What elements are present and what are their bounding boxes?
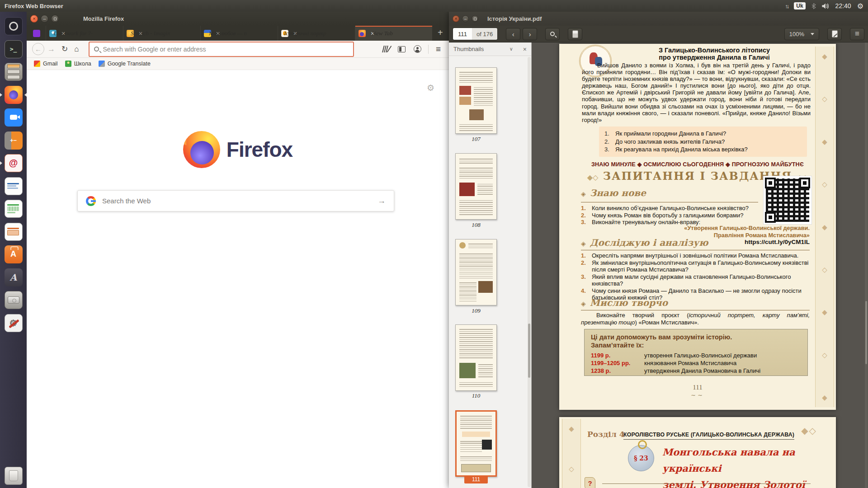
section-rule xyxy=(581,202,758,202)
back-button[interactable]: ← xyxy=(32,43,44,55)
tab-scratch[interactable]: Scratch - Imagin × xyxy=(123,26,200,41)
keyboard-layout-indicator[interactable]: Uk xyxy=(794,2,805,9)
bookmark-gmail[interactable]: Gmail xyxy=(34,61,58,67)
search-submit-icon[interactable]: → xyxy=(377,196,386,206)
home-button[interactable]: ⌂ xyxy=(74,45,79,54)
dock-file-archive[interactable] xyxy=(4,62,23,81)
find-button[interactable] xyxy=(545,28,560,40)
thumbnail-page-108[interactable] xyxy=(455,153,497,220)
sidebar-toggle-icon[interactable] xyxy=(398,46,406,52)
session-menu-icon[interactable]: ⚙ xyxy=(857,2,863,10)
dock-firefox[interactable] xyxy=(4,85,23,104)
focused-app-title: Firefox Web Browser xyxy=(5,3,63,9)
tab-new-tab[interactable]: New Tab × xyxy=(355,26,432,41)
dock-trash[interactable] xyxy=(4,466,23,485)
volume-icon[interactable] xyxy=(822,3,830,9)
dock-activities[interactable] xyxy=(4,16,23,36)
paragraph-seal-badge: § 23 xyxy=(628,445,654,471)
dock-software[interactable]: A xyxy=(4,244,23,264)
bookmarks-toolbar: Gmail Школа Google Translate xyxy=(27,58,449,70)
reload-button[interactable]: ↻ xyxy=(61,44,68,54)
system-top-bar: Firefox Web Browser ↑↓ Uk 22:40 ⚙ xyxy=(0,0,868,12)
library-icon[interactable] xyxy=(382,46,391,52)
pdf-toolbar: of 176 ‹ › 100% ≡ xyxy=(449,26,868,42)
document-scrollbar[interactable] xyxy=(865,42,868,488)
source-questions-box: 1.Як приймали городяни Данила в Галичі? … xyxy=(599,127,807,157)
bluetooth-icon[interactable] xyxy=(811,3,816,9)
close-window-button[interactable]: × xyxy=(453,15,459,22)
dock-system-tools[interactable]: ⚙ xyxy=(4,313,23,333)
account-icon[interactable] xyxy=(414,45,421,53)
pdf-titlebar[interactable]: × – Історія України.pdf xyxy=(449,12,868,26)
dock-terminal[interactable]: >_ xyxy=(4,39,23,59)
newtab-search-box[interactable]: → xyxy=(77,190,394,211)
seal-watermark xyxy=(761,333,801,373)
page-number-input[interactable] xyxy=(453,28,472,40)
annotations-list-button[interactable] xyxy=(568,28,582,40)
newtab-search-input[interactable] xyxy=(102,197,377,205)
thumbnail-label-selected: 111 xyxy=(464,476,488,483)
dock-remote-app[interactable]: A xyxy=(4,267,23,287)
dock-lo-calc[interactable] xyxy=(4,199,23,218)
tab-istorychni-portrety[interactable]: Історичні портр × xyxy=(278,26,355,41)
annotate-button[interactable] xyxy=(827,28,842,40)
minimize-window-button[interactable]: – xyxy=(462,15,469,22)
thumbnail-page-110[interactable] xyxy=(455,324,497,391)
sidebar-mode-chevron-icon[interactable]: ∨ xyxy=(509,46,513,52)
close-window-button[interactable]: × xyxy=(30,15,38,23)
dock-acrobat[interactable]: @ xyxy=(4,153,23,173)
bookmark-school[interactable]: Школа xyxy=(65,61,91,67)
dock-lo-writer[interactable] xyxy=(4,176,23,196)
motto-banner: ЗНАЮ МИНУЛЕ ◈ ОСМИСЛЮЮ СЬОГОДЕННЯ ◈ ПРОГ… xyxy=(559,161,836,168)
net-down-icon: ↓ xyxy=(787,3,788,9)
clock[interactable]: 22:40 xyxy=(835,2,851,9)
new-tab-button[interactable]: + xyxy=(432,28,448,41)
zoom-dropdown[interactable]: 100% xyxy=(784,28,819,40)
tab-moya-lyubov[interactable]: Моя любов — п × xyxy=(200,26,278,41)
pinned-tab[interactable] xyxy=(33,30,40,37)
writer-icon xyxy=(5,177,23,195)
next-page-button[interactable]: › xyxy=(523,28,537,40)
maximize-window-button[interactable] xyxy=(51,15,59,23)
qr-code xyxy=(764,176,811,224)
address-input[interactable] xyxy=(103,46,349,53)
remote-app-icon: A xyxy=(5,268,23,286)
running-indicator xyxy=(0,93,2,97)
thumbnail-page-107[interactable] xyxy=(455,67,497,134)
dock-lo-impress[interactable] xyxy=(4,222,23,241)
thumbnail-page-111-selected[interactable] xyxy=(455,410,497,477)
file-archive-icon xyxy=(5,63,23,81)
chapter-title: КОРОЛІВСТВО РУСЬКЕ (ГАЛИЦЬКО-ВОЛИНСЬКА Д… xyxy=(623,432,794,440)
pdf-menu-button[interactable]: ≡ xyxy=(850,28,864,40)
firefox-branding: Firefox xyxy=(27,131,449,168)
page-total-label: of 176 xyxy=(472,28,497,40)
tab-title: Scratch - Imagin xyxy=(123,30,178,37)
menu-icon[interactable]: ≡ xyxy=(436,44,441,54)
chapter-ornament: ◆◇ xyxy=(801,425,817,436)
forward-button[interactable]: → xyxy=(47,45,55,54)
source-title: З Галицько-Волинського літопису про утве… xyxy=(618,47,811,61)
thumbnail-page-109[interactable] xyxy=(455,239,497,305)
dock-zoom[interactable] xyxy=(4,108,23,127)
previous-page-button[interactable]: ‹ xyxy=(506,28,520,40)
thumbnail-label: 108 xyxy=(449,221,503,229)
url-bar[interactable] xyxy=(89,42,354,57)
sidebar-scrollbar[interactable] xyxy=(528,57,531,487)
tab-classwork[interactable]: Classwork for 7- × xyxy=(46,26,123,41)
know-new-list: 1.Коли виникло об’єднане Галицько-Волинс… xyxy=(581,205,758,226)
thumbnail-label: 107 xyxy=(449,136,503,143)
network-indicator-icon[interactable]: ↑↓ xyxy=(785,3,788,9)
dock-disks[interactable] xyxy=(4,290,23,310)
sidebar-close-icon[interactable]: × xyxy=(523,46,527,53)
bookmark-translate[interactable]: Google Translate xyxy=(99,61,151,67)
document-view[interactable]: ◆◇◆◇◆◇◆◇◆ З Галицько-Волинського літопис… xyxy=(532,42,868,488)
maximize-window-button[interactable] xyxy=(472,15,478,22)
page-border-ornament: ◆◇◆ xyxy=(562,419,581,488)
textbook-page-112: ◆◇◆ Розділ 4 КОРОЛІВСТВО РУСЬКЕ (ГАЛИЦЬК… xyxy=(559,417,836,488)
tab-title: New Tab xyxy=(355,30,410,37)
minimize-window-button[interactable]: – xyxy=(41,15,48,23)
newtab-settings-icon[interactable]: ⚙ xyxy=(427,83,434,93)
section-marker-icon: ◈ xyxy=(581,300,586,307)
dock-calculator[interactable]: +− xyxy=(4,131,23,150)
firefox-titlebar[interactable]: × – Mozilla Firefox xyxy=(27,12,449,26)
